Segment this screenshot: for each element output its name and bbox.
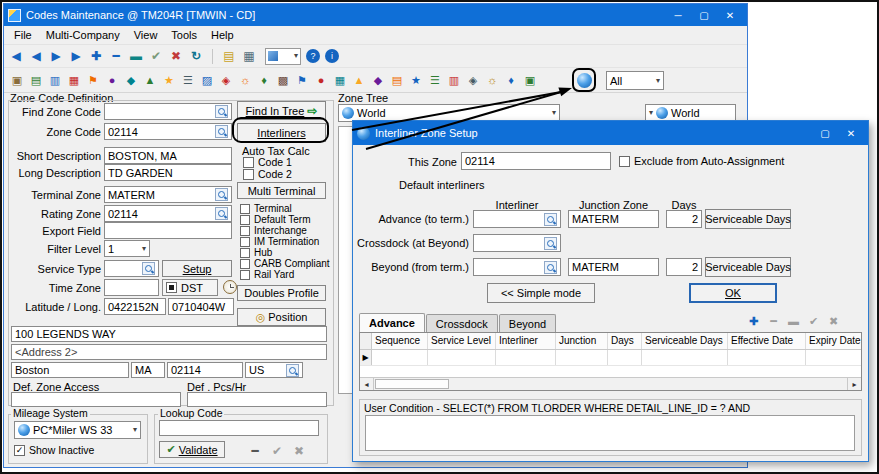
code2-checkbox[interactable] [243, 169, 254, 180]
code2-checkbox-row[interactable]: Code 2 [243, 168, 292, 180]
feature-icon-21[interactable]: ▤ [389, 72, 405, 88]
zone-flag-row[interactable]: Rail Yard [240, 269, 330, 280]
minimize-button[interactable]: ─ [665, 6, 691, 24]
about-icon[interactable]: i [325, 49, 339, 63]
interliner-tab[interactable]: Beyond [499, 314, 556, 332]
next-record-icon[interactable]: ▶ [48, 48, 64, 64]
grid-cell[interactable] [608, 350, 642, 365]
interliner-grid[interactable]: SequenceService LevelInterlinerJunctionD… [359, 332, 862, 391]
def-pcs-hr-input[interactable] [187, 392, 327, 407]
ok-button[interactable]: OK [689, 283, 777, 303]
address1-input[interactable]: 100 LEGENDS WAY [11, 326, 327, 342]
grid-column-header[interactable]: Interliner [496, 333, 556, 349]
show-inactive-row[interactable]: Show Inactive [14, 444, 94, 456]
beyond-days-input[interactable]: 2 [666, 258, 702, 276]
scrollbar-thumb[interactable] [375, 379, 449, 389]
cancel-edit-icon[interactable]: ✖ [168, 48, 184, 64]
advance-junction-input[interactable]: MATERM [568, 210, 659, 228]
help-icon[interactable]: ? [306, 49, 320, 63]
feature-icon-19[interactable]: ▲ [351, 72, 367, 88]
code1-checkbox[interactable] [243, 157, 254, 168]
feature-icon-22[interactable]: ★ [408, 72, 424, 88]
advance-days-input[interactable]: 2 [666, 210, 702, 228]
rating-zone-input[interactable]: 02114 [104, 205, 232, 222]
simple-mode-button[interactable]: << Simple mode [487, 283, 595, 303]
feature-icon-13[interactable]: ☼ [237, 72, 253, 88]
print-icon[interactable]: ▦ [241, 48, 257, 64]
grid-column-header[interactable]: Serviceable Days [642, 333, 728, 349]
toolbar-separator[interactable] [208, 49, 213, 64]
export-field-input[interactable] [104, 222, 232, 239]
feature-icon-16[interactable]: ⚑ [294, 72, 310, 88]
lookup-icon[interactable] [215, 125, 228, 138]
feature-icon-18[interactable]: ▦ [332, 72, 348, 88]
feature-icon-23[interactable]: ☰ [427, 72, 443, 88]
feature-icon-27[interactable]: ♦ [503, 72, 519, 88]
edit-record-icon[interactable]: ▬ [128, 48, 144, 64]
grid-edit-icon[interactable]: ▬ [786, 314, 801, 329]
add-record-icon[interactable]: ✚ [88, 48, 104, 64]
post-record-icon[interactable]: ✔ [148, 48, 164, 64]
grid-add-icon[interactable]: ✚ [746, 314, 761, 329]
grid-column-header[interactable]: Effective Date [728, 333, 806, 349]
grid-cell[interactable] [428, 350, 496, 365]
grid-cell[interactable] [372, 350, 428, 365]
service-type-input[interactable] [104, 260, 159, 277]
def-zone-access-input[interactable] [11, 392, 181, 407]
feature-icon-06[interactable]: ● [104, 72, 120, 88]
zone-flag-checkbox[interactable] [240, 237, 250, 247]
doubles-profile-button[interactable]: Doubles Profile [237, 285, 326, 301]
zone-flag-row[interactable]: IM Termination [240, 236, 330, 247]
this-zone-input[interactable]: 02114 [461, 152, 611, 170]
zip-input[interactable]: 02114 [167, 362, 243, 378]
zone-flag-row[interactable]: Terminal [240, 203, 330, 214]
country-input[interactable]: US [245, 362, 303, 378]
zone-flag-checkbox[interactable] [240, 204, 250, 214]
grid-column-header[interactable]: Sequence [372, 333, 428, 349]
grid-cell[interactable] [728, 350, 806, 365]
maximize-button[interactable]: ▢ [691, 6, 717, 24]
lookup-code-input[interactable] [159, 420, 319, 436]
lookup-delete-icon[interactable]: ━ [247, 443, 263, 459]
zone-flag-row[interactable]: Default Term [240, 214, 330, 225]
time-zone-input[interactable] [104, 279, 159, 296]
feature-icon-25[interactable]: ◈ [465, 72, 481, 88]
short-description-input[interactable]: BOSTON, MA [104, 147, 232, 164]
filter-level-combo[interactable]: 1 ▾ [104, 240, 150, 257]
state-input[interactable]: MA [131, 362, 165, 378]
lookup-accept-icon[interactable]: ✔ [269, 443, 285, 459]
grid-cell[interactable] [642, 350, 728, 365]
grid-data-row[interactable]: ▶ [360, 350, 861, 366]
crossdock-interliner-input[interactable] [473, 234, 561, 252]
dialog-maximize-button[interactable]: ▢ [812, 124, 838, 142]
prev-record-icon[interactable]: ◀ [28, 48, 44, 64]
lookup-icon[interactable] [215, 188, 228, 201]
feature-icon-09[interactable]: ★ [161, 72, 177, 88]
position-button[interactable]: ◎ Position [237, 308, 326, 326]
feature-icon-11[interactable]: ▨ [199, 72, 215, 88]
lookup-icon[interactable] [286, 364, 299, 377]
feature-icon-01[interactable]: ▣ [9, 72, 25, 88]
zone-code-input[interactable]: 02114 [104, 123, 232, 140]
feature-icon-14[interactable]: ♦ [256, 72, 272, 88]
code1-checkbox-row[interactable]: Code 1 [243, 156, 292, 168]
grid-post-icon[interactable]: ✔ [806, 314, 821, 329]
print-layout-combo[interactable]: ▾ [265, 48, 301, 65]
grid-cell[interactable] [806, 350, 862, 365]
scroll-right-button[interactable]: ▸ [847, 378, 861, 390]
feature-icon-07[interactable]: ◆ [123, 72, 139, 88]
setup-button[interactable]: Setup [162, 260, 232, 277]
zone-flag-row[interactable]: Interchange [240, 225, 330, 236]
dialog-titlebar[interactable]: Interliner Zone Setup ▢ ✕ [353, 121, 868, 145]
latitude-input[interactable]: 0422152N [104, 298, 166, 315]
lookup-cancel-icon[interactable]: ✖ [291, 443, 307, 459]
find-zone-code-input[interactable] [104, 103, 232, 120]
beyond-junction-input[interactable]: MATERM [568, 258, 659, 276]
exclude-auto-assignment-checkbox[interactable] [619, 156, 630, 167]
advance-serviceable-days-button[interactable]: Serviceable Days [705, 209, 791, 229]
feature-icon-28[interactable]: ▣ [522, 72, 538, 88]
lookup-icon[interactable] [544, 213, 557, 226]
feature-icon-17[interactable]: ● [313, 72, 329, 88]
scroll-left-button[interactable]: ◂ [360, 378, 374, 390]
grid-delete-icon[interactable]: ━ [766, 314, 781, 329]
